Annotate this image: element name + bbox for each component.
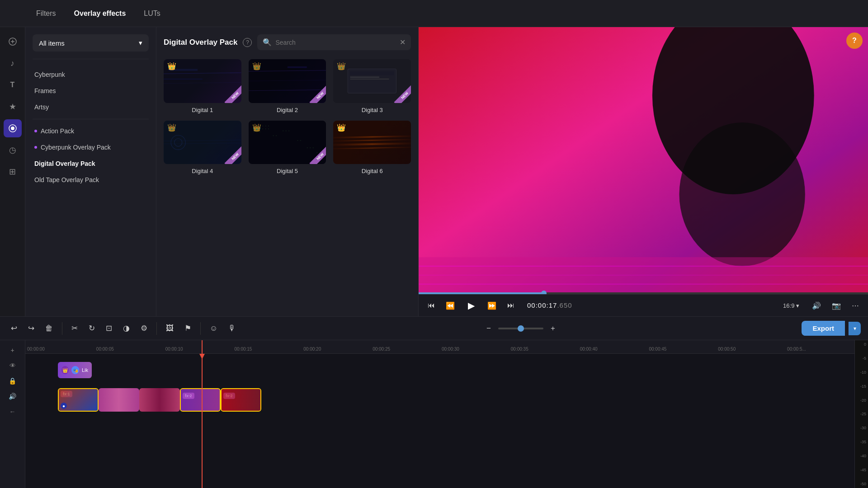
skip-to-start-button[interactable]: ⏮ xyxy=(426,300,437,311)
step-back-button[interactable]: ⏪ xyxy=(444,300,457,312)
video-clip-3[interactable] xyxy=(139,388,180,412)
sidebar-add-button[interactable] xyxy=(4,33,22,51)
track-audio-button[interactable]: 🔊 xyxy=(6,390,19,403)
adjust-button[interactable]: ⚙ xyxy=(137,321,151,336)
sidebar-sticker-button[interactable]: ★ xyxy=(4,98,22,116)
list-item-cyberpunk-overlay[interactable]: Cyberpunk Overlay Pack xyxy=(25,139,156,155)
progress-bar[interactable] xyxy=(419,292,868,294)
aspect-ratio-button[interactable]: 16:9 ▾ xyxy=(779,300,803,311)
preview-video: ? xyxy=(419,27,868,294)
track-visibility-button[interactable]: 👁 xyxy=(6,359,19,372)
svg-rect-5 xyxy=(169,69,198,70)
clear-icon[interactable]: ✕ xyxy=(400,38,406,47)
sidebar-transition-button[interactable]: ◷ xyxy=(4,141,22,159)
video-clip-1[interactable]: fx·1 ● xyxy=(58,388,99,412)
svg-rect-57 xyxy=(419,257,868,294)
face-button[interactable]: ☺ xyxy=(206,321,221,336)
list-item-frames[interactable]: Frames xyxy=(25,83,156,99)
grid-label: Digital 6 xyxy=(362,168,383,174)
tab-luts[interactable]: LUTs xyxy=(135,6,169,21)
export-dropdown-button[interactable]: ▾ xyxy=(849,322,861,335)
sidebar-template-button[interactable]: ⊞ xyxy=(4,163,22,181)
redo-button[interactable]: ↪ xyxy=(24,321,38,336)
add-track-button[interactable]: + xyxy=(6,344,19,357)
search-input[interactable] xyxy=(275,39,396,46)
dropdown-arrow-icon: ▾ xyxy=(139,39,142,47)
grid-item-digital4[interactable]: 👑 NEW Digital 4 xyxy=(164,121,241,175)
vol-label-15: -15 xyxy=(857,384,866,389)
svg-point-56 xyxy=(679,122,805,266)
content-panel: Digital Overlay Pack ? 🔍 ✕ 👑 xyxy=(156,27,419,316)
timecode-display: 00:00:17.650 xyxy=(527,301,572,310)
overlay-type-icon: 🎭 xyxy=(71,366,79,374)
step-forward-button[interactable]: ⏩ xyxy=(486,300,498,312)
ruler-mark: 00:00:40 xyxy=(578,347,647,352)
export-button[interactable]: Export xyxy=(802,321,845,336)
video-clip-4[interactable]: fx·2 xyxy=(180,388,221,412)
preview-background xyxy=(419,27,868,294)
zoom-slider[interactable] xyxy=(498,328,543,329)
track-lock-button[interactable]: 🔒 xyxy=(6,375,19,387)
crop-button[interactable]: ⊡ xyxy=(102,321,116,336)
mic-button[interactable]: 🎙 xyxy=(225,321,240,336)
new-badge: NEW xyxy=(214,137,241,164)
undo-button[interactable]: ↩ xyxy=(7,321,21,336)
zoom-out-button[interactable]: − xyxy=(483,321,495,336)
delete-button[interactable]: 🗑 xyxy=(42,321,57,336)
help-icon[interactable]: ? xyxy=(243,38,252,47)
list-label: Cyberpunk Overlay Pack xyxy=(41,144,111,151)
zoom-in-button[interactable]: + xyxy=(547,321,559,336)
effects-grid: 👑 NEW Digital 1 👑 xyxy=(156,56,418,182)
svg-rect-33 xyxy=(265,125,266,126)
sidebar-effects-button[interactable] xyxy=(4,119,22,137)
flag-button[interactable]: ⚑ xyxy=(181,321,195,336)
list-label: Artsy xyxy=(34,103,49,111)
color-button[interactable]: ◑ xyxy=(119,321,133,336)
toolbar-separator xyxy=(156,322,157,335)
list-item-digital-overlay[interactable]: Digital Overlay Pack xyxy=(25,155,156,172)
list-item-artsy[interactable]: Artsy xyxy=(25,99,156,115)
list-item-cyberpunk[interactable]: Cyberpunk xyxy=(25,66,156,83)
grid-item-digital1[interactable]: 👑 NEW Digital 1 xyxy=(164,59,241,113)
clip-thumbnail xyxy=(139,388,180,412)
vol-label-10: -10 xyxy=(857,370,866,375)
vol-label-45: -45 xyxy=(857,468,866,472)
grid-item-digital6[interactable]: 👑 xyxy=(333,121,411,175)
more-options-button[interactable]: ⋯ xyxy=(850,300,861,312)
grid-item-digital2[interactable]: 👑 NEW Digital 2 xyxy=(249,59,326,113)
playhead[interactable] xyxy=(202,340,203,488)
all-items-dropdown[interactable]: All items ▾ xyxy=(33,34,149,52)
cut-button[interactable]: ✂ xyxy=(68,321,81,336)
clip-thumbnail xyxy=(222,389,260,411)
skip-to-end-button[interactable]: ⏭ xyxy=(505,300,516,311)
rotate-button[interactable]: ↻ xyxy=(85,321,99,336)
aspect-ratio-label: 16:9 xyxy=(783,302,794,309)
new-badge: NEW xyxy=(384,76,411,103)
sidebar-text-button[interactable]: T xyxy=(4,76,22,94)
help-button[interactable]: ? xyxy=(846,33,863,49)
svg-line-52 xyxy=(333,143,411,145)
svg-line-51 xyxy=(333,139,411,141)
video-clip-2[interactable] xyxy=(99,388,139,412)
sidebar-music-button[interactable]: ♪ xyxy=(4,54,22,72)
video-track-row: fx·1 ● xyxy=(25,386,854,413)
svg-rect-25 xyxy=(259,125,260,126)
overlay-icon: 👑 xyxy=(61,366,69,374)
tab-filters[interactable]: Filters xyxy=(27,6,65,21)
volume-button[interactable]: 🔊 xyxy=(810,300,823,312)
image-button[interactable]: 🖼 xyxy=(162,321,177,336)
ruler-mark: 00:00:20 xyxy=(302,347,371,352)
grid-item-digital3[interactable]: 👑 NEW Digital 3 xyxy=(333,59,411,113)
tab-overlay-effects[interactable]: Overlay effects xyxy=(65,6,135,21)
track-arrow-button[interactable]: ← xyxy=(6,405,19,418)
thumb-digital5: 👑 xyxy=(249,121,326,164)
play-button[interactable]: ▶ xyxy=(464,298,478,313)
grid-item-digital5[interactable]: 👑 xyxy=(249,121,326,175)
overlay-clip[interactable]: 👑 🎭 Lik xyxy=(58,362,92,378)
screenshot-button[interactable]: 📷 xyxy=(830,300,843,312)
list-item-old-tape[interactable]: Old Tape Overlay Pack xyxy=(25,172,156,188)
video-clip-5[interactable]: fx·2 xyxy=(221,388,261,412)
main-area: ♪ T ★ ◷ ⊞ All items ▾ Cyberpunk Frames xyxy=(0,27,868,316)
list-item-action-pack[interactable]: Action Pack xyxy=(25,123,156,139)
svg-rect-36 xyxy=(265,128,266,129)
